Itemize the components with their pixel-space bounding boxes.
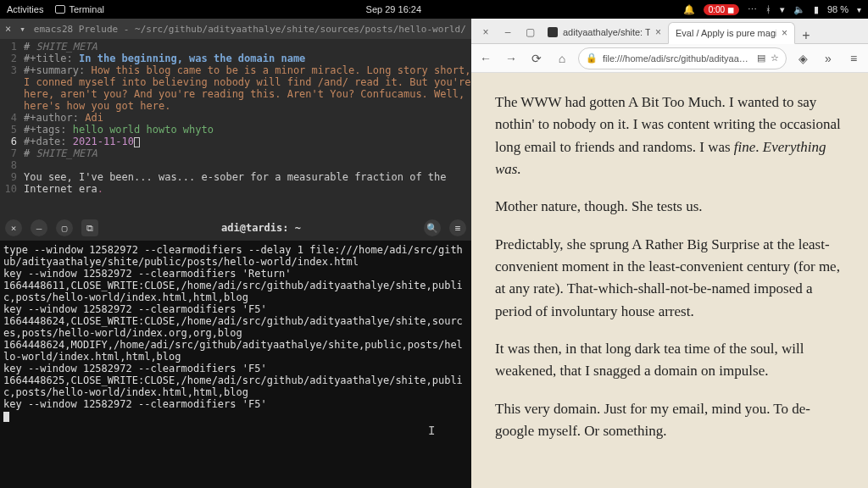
hamburger-menu-icon[interactable]: ≡ xyxy=(844,49,863,68)
terminal-line: 1664448611,CLOSE_WRITE:CLOSE,/home/adi/s… xyxy=(3,280,463,303)
terminal-title: adi@tardis: ~ xyxy=(107,222,415,234)
emacs-tabbar: × ▾ emacs28 Prelude - ~/src/github/adity… xyxy=(0,19,471,39)
terminal-window: × – ▢ ⧉ adi@tardis: ~ 🔍 ≡ type --window … xyxy=(0,215,471,488)
tab-close-ctrl[interactable]: × xyxy=(475,21,497,43)
terminal-line: key --window 12582972 --clearmodifiers '… xyxy=(3,268,292,280)
url-bar[interactable]: 🔒 file:///home/adi/src/github/adityaa… ▤… xyxy=(578,47,787,69)
tab-evalapply[interactable]: Eval / Apply is pure magic × xyxy=(668,22,795,44)
terminal-app-indicator[interactable]: Terminal xyxy=(55,4,104,14)
wifi-icon[interactable]: ▾ xyxy=(780,4,785,15)
url-text: file:///home/adi/src/github/adityaa… xyxy=(603,53,752,64)
gnome-topbar: Activities Terminal Sep 29 16:24 🔔 0:00 … xyxy=(0,0,868,19)
terminal-line: 1664448625,CLOSE_WRITE:CLOSE,/home/adi/s… xyxy=(3,374,463,398)
battery-icon[interactable]: ▮ xyxy=(814,4,819,15)
emacs-tab-dropdown-icon[interactable]: ▾ xyxy=(19,24,25,35)
back-button[interactable]: ← xyxy=(476,49,495,68)
emacs-tab-close-icon[interactable]: × xyxy=(5,23,11,35)
terminal-titlebar: × – ▢ ⧉ adi@tardis: ~ 🔍 ≡ xyxy=(0,215,471,241)
terminal-output[interactable]: type --window 12582972 --clearmodifiers … xyxy=(0,241,471,425)
tab-min-ctrl[interactable]: – xyxy=(497,21,519,43)
terminal-line: 1664448624,CLOSE_WRITE:CLOSE,/home/adi/s… xyxy=(3,315,463,339)
browser-viewport[interactable]: The WWW had gotten A Bit Too Much. I wan… xyxy=(471,73,868,488)
notification-bell-icon[interactable]: 🔔 xyxy=(683,4,695,15)
system-menu-chevron-icon[interactable]: ▾ xyxy=(857,5,861,14)
screen-recorder-indicator[interactable]: 0:00 ◼ xyxy=(704,4,739,15)
terminal-line: key --window 12582972 --clearmodifiers '… xyxy=(3,303,267,315)
more-icon[interactable]: ⋯ xyxy=(748,4,757,15)
emacs-window: × ▾ emacs28 Prelude - ~/src/github/adity… xyxy=(0,19,471,215)
terminal-line: 1664448624,MODIFY,/home/adi/src/github/a… xyxy=(3,339,463,363)
reader-mode-icon[interactable]: ▤ xyxy=(757,53,765,64)
terminal-line: key --window 12582972 --clearmodifiers '… xyxy=(3,363,267,374)
shield-icon[interactable]: ◈ xyxy=(793,49,812,68)
maximize-button[interactable]: ▢ xyxy=(56,219,73,236)
emacs-window-title: emacs28 Prelude - ~/src/github/adityaath… xyxy=(34,24,466,35)
browser-tabstrip: × – ▢ adityaathalye/shite: The… × Eval /… xyxy=(471,19,868,44)
close-tab-icon[interactable]: × xyxy=(782,27,787,39)
tab-max-ctrl[interactable]: ▢ xyxy=(519,21,541,43)
new-tab-button[interactable]: + xyxy=(795,28,817,43)
close-button[interactable]: × xyxy=(5,219,22,236)
clock[interactable]: Sep 29 16:24 xyxy=(366,4,421,14)
browser-toolbar: ← → ⟳ ⌂ 🔒 file:///home/adi/src/github/ad… xyxy=(471,44,868,73)
reload-button[interactable]: ⟳ xyxy=(527,49,546,68)
bluetooth-icon[interactable]: ᚼ xyxy=(765,4,771,14)
minimize-button[interactable]: – xyxy=(31,219,47,236)
emacs-buffer[interactable]: 1# SHITE_META 2#+title: In the beginning… xyxy=(0,39,471,198)
terminal-icon xyxy=(55,5,65,14)
emacs-cursor xyxy=(134,137,140,147)
lock-icon: 🔒 xyxy=(586,53,598,64)
terminal-line: type --window 12582972 --clearmodifiers … xyxy=(3,244,463,268)
terminal-line: key --window 12582972 --clearmodifiers '… xyxy=(3,398,267,410)
hamburger-menu-button[interactable]: ≡ xyxy=(449,219,466,236)
bookmark-star-icon[interactable]: ☆ xyxy=(771,53,779,64)
home-button[interactable]: ⌂ xyxy=(553,49,571,68)
search-button[interactable]: 🔍 xyxy=(424,219,441,236)
github-favicon-icon xyxy=(548,27,558,37)
text-cursor-ibeam-icon: I xyxy=(428,424,435,437)
article-body: The WWW had gotten A Bit Too Much. I wan… xyxy=(495,92,844,442)
activities-button[interactable]: Activities xyxy=(7,4,43,14)
new-tab-button[interactable]: ⧉ xyxy=(81,219,98,236)
tab-github[interactable]: adityaathalye/shite: The… × xyxy=(541,21,668,43)
browser-window: × – ▢ adityaathalye/shite: The… × Eval /… xyxy=(471,19,868,488)
terminal-cursor xyxy=(3,412,9,422)
close-tab-icon[interactable]: × xyxy=(655,26,661,38)
volume-icon[interactable]: 🔈 xyxy=(793,4,805,15)
forward-button[interactable]: → xyxy=(502,49,520,68)
battery-percent: 98 % xyxy=(827,4,849,14)
overflow-icon[interactable]: » xyxy=(819,49,837,68)
